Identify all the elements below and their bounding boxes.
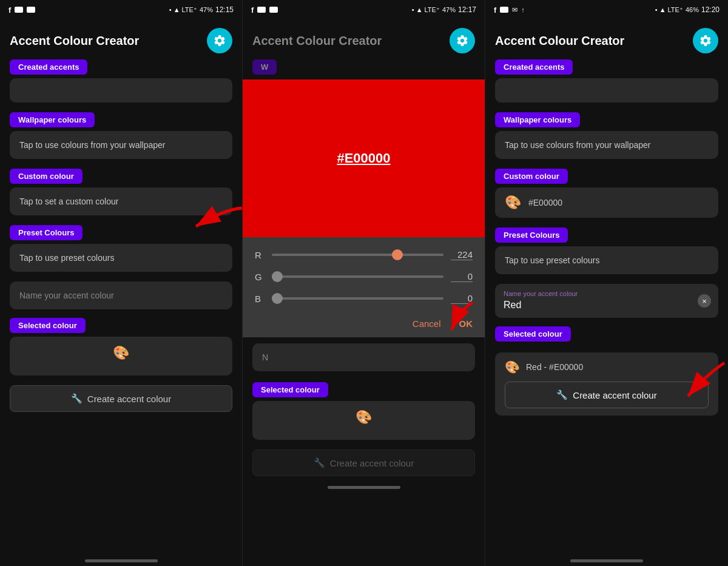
selected-label-2[interactable]: Selected colour — [252, 382, 328, 397]
phone-3-content: Created accents Wallpaper colours Tap to… — [485, 59, 728, 554]
battery-1: 47% — [200, 6, 213, 13]
r-label: R — [255, 250, 265, 260]
b-label: B — [255, 294, 265, 304]
custom-colour-label-3[interactable]: Custom colour — [495, 169, 568, 184]
time-1: 12:15 — [215, 5, 234, 14]
home-indicator-2 — [328, 486, 400, 489]
mail-icon: ✉ — [512, 6, 517, 14]
created-accents-section-3: Created accents — [495, 59, 718, 103]
create-btn-label-1: Create accent colour — [87, 394, 171, 404]
r-value: 224 — [451, 249, 473, 260]
status-bar-1: f • ▲ LTE⁺ 47% 12:15 — [0, 0, 242, 19]
preset-label-3[interactable]: Preset Colours — [495, 227, 568, 243]
cancel-button[interactable]: Cancel — [413, 318, 441, 329]
created-accents-label-1[interactable]: Created accents — [10, 59, 87, 75]
upload-icon: ↑ — [521, 6, 525, 13]
created-accents-section-1: Created accents — [10, 59, 232, 103]
selected-colour-section-1: Selected colour 🎨 — [10, 318, 232, 376]
color-dialog-2: #E00000 R 224 G 0 — [243, 79, 485, 337]
rect-icon-3 — [257, 7, 266, 13]
custom-colour-label-1[interactable]: Custom colour — [10, 169, 83, 184]
wallpaper-text-1: Tap to use colours from your wallpaper — [19, 140, 165, 150]
name-input-card-1[interactable]: Name your accent colour — [10, 281, 232, 309]
time-3: 12:20 — [701, 5, 720, 14]
color-preview-2[interactable]: #E00000 — [243, 79, 485, 237]
create-btn-label-2: Create accent colour — [330, 458, 414, 468]
b-value: 0 — [451, 293, 473, 304]
r-slider-track[interactable] — [272, 254, 443, 256]
custom-colour-text-1: Tap to set a custom colour — [19, 197, 118, 206]
custom-colour-section-3: Custom colour 🎨 #E00000 — [495, 169, 718, 218]
g-slider-thumb[interactable] — [272, 271, 283, 282]
r-slider-thumb[interactable] — [392, 249, 403, 260]
name-field-value-3: Red — [504, 300, 710, 311]
g-slider-row: G 0 — [255, 271, 473, 282]
rect-icon-1 — [15, 7, 23, 13]
paint-icon-1: 🎨 — [19, 345, 223, 361]
wallpaper-label-2-partial: W — [252, 59, 277, 75]
selected-colour-label-3[interactable]: Selected colour — [495, 326, 571, 342]
status-bar-2: f • ▲ LTE⁺ 47% 12:17 — [243, 0, 485, 19]
wrench-icon-2: 🔧 — [314, 457, 325, 468]
custom-colour-card-1[interactable]: Tap to set a custom colour — [10, 187, 232, 215]
created-accents-label-3[interactable]: Created accents — [495, 59, 573, 75]
phone-1-content: Created accents Wallpaper colours Tap to… — [0, 59, 242, 554]
gear-icon-2 — [456, 34, 469, 47]
clear-icon-3: × — [702, 297, 707, 306]
create-btn-1[interactable]: 🔧 Create accent colour — [10, 385, 232, 412]
wallpaper-text-3: Tap to use colours from your wallpaper — [505, 140, 650, 150]
status-bar-3: f ✉ ↑ • ▲ LTE⁺ 46% 12:20 — [485, 0, 728, 19]
preset-card-3[interactable]: Tap to use preset colours — [495, 246, 718, 274]
home-indicator-3 — [570, 559, 643, 562]
ok-button[interactable]: OK — [459, 318, 473, 329]
wallpaper-card-3[interactable]: Tap to use colours from your wallpaper — [495, 131, 718, 159]
gear-button-2[interactable] — [450, 28, 475, 53]
b-slider-track[interactable] — [272, 297, 443, 300]
app-title-3: Accent Colour Creator — [495, 34, 624, 48]
gear-icon-1 — [213, 34, 226, 47]
b-slider-thumb[interactable] — [272, 293, 283, 304]
g-slider-track[interactable] — [272, 275, 443, 278]
time-2: 12:17 — [458, 5, 476, 14]
created-accents-card-3[interactable] — [495, 78, 718, 103]
custom-colour-card-3[interactable]: 🎨 #E00000 — [495, 187, 718, 218]
preset-label-1[interactable]: Preset Colours — [10, 225, 83, 240]
custom-colour-section-1: Custom colour Tap to set a custom colour — [10, 169, 232, 215]
wallpaper-label-1[interactable]: Wallpaper colours — [10, 112, 95, 127]
rect-icon-2 — [27, 7, 35, 13]
gear-icon-3 — [699, 34, 712, 47]
name-input-card-2[interactable]: N — [252, 343, 475, 371]
r-slider-row: R 224 — [255, 249, 473, 260]
paint-icon-2: 🎨 — [262, 409, 465, 425]
gear-button-3[interactable] — [693, 28, 718, 53]
selected-colour-card-1: 🎨 — [10, 337, 232, 376]
fb-icon-2: f — [251, 5, 254, 15]
selected-colour-label-1[interactable]: Selected colour — [10, 318, 86, 333]
app-header-3: Accent Colour Creator — [485, 19, 728, 59]
dialog-buttons: Cancel OK — [255, 315, 473, 329]
preset-section-3: Preset Colours Tap to use preset colours — [495, 227, 718, 274]
name-placeholder-1: Name your accent colour — [19, 291, 114, 300]
create-btn-label-3: Create accent colour — [573, 390, 656, 400]
gear-button-1[interactable] — [207, 28, 232, 53]
phone-1: f • ▲ LTE⁺ 47% 12:15 Accent Colour Creat… — [0, 0, 243, 566]
wallpaper-section-3: Wallpaper colours Tap to use colours fro… — [495, 112, 718, 159]
selected-card-2: 🎨 — [252, 401, 475, 440]
name-field-label-3: Name your accent colour — [504, 290, 710, 297]
app-header-2: Accent Colour Creator — [243, 19, 485, 59]
name-input-field-3[interactable]: Name your accent colour Red × — [495, 284, 718, 318]
signal-text-2: • ▲ LTE⁺ — [412, 6, 440, 14]
slider-dialog-2: R 224 G 0 B — [243, 237, 485, 337]
create-btn-3[interactable]: 🔧 Create accent colour — [505, 382, 709, 408]
preset-text-1: Tap to use preset colours — [19, 253, 114, 263]
color-hex-2: #E00000 — [337, 150, 390, 166]
preset-card-1[interactable]: Tap to use preset colours — [10, 244, 232, 272]
created-accents-card-1[interactable] — [10, 78, 232, 103]
clear-button-3[interactable]: × — [698, 294, 711, 308]
create-btn-2: 🔧 Create accent colour — [252, 450, 475, 476]
preset-section-1: Preset Colours Tap to use preset colours — [10, 225, 232, 272]
wallpaper-label-3[interactable]: Wallpaper colours — [495, 112, 580, 127]
hex-value-3: #E00000 — [528, 198, 562, 207]
g-value: 0 — [451, 271, 473, 282]
wallpaper-card-1[interactable]: Tap to use colours from your wallpaper — [10, 131, 232, 159]
